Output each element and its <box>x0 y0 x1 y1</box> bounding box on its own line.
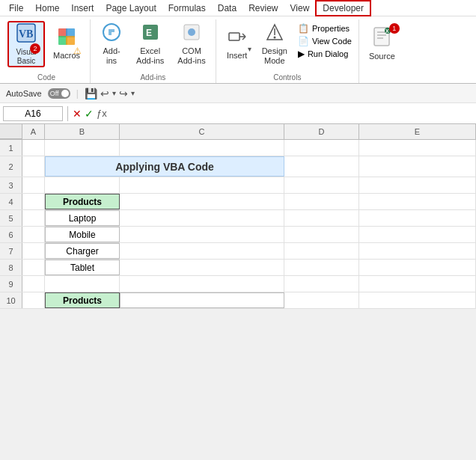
excel-addins-label: ExcelAdd-ins <box>136 46 164 66</box>
insert-function-icon[interactable]: ƒx <box>97 108 107 120</box>
cell-e5[interactable] <box>359 210 476 226</box>
menu-page-layout[interactable]: Page Layout <box>100 1 162 15</box>
cancel-formula-icon[interactable]: ✕ <box>73 108 82 120</box>
cell-d9[interactable] <box>284 276 359 292</box>
cell-e7[interactable] <box>359 243 476 259</box>
cell-c6[interactable] <box>120 227 284 242</box>
cell-b1[interactable] <box>45 140 120 156</box>
save-icon[interactable]: 💾 <box>85 88 97 99</box>
cell-b10-header[interactable]: Products <box>45 292 120 308</box>
cell-b7[interactable]: Charger <box>45 243 120 259</box>
tablet-label: Tablet <box>70 263 94 273</box>
cell-reference-input[interactable] <box>3 106 63 121</box>
com-addins-button[interactable]: COMAdd-ins <box>172 21 210 67</box>
col-header-b[interactable]: B <box>45 124 120 139</box>
cell-a2[interactable] <box>22 156 45 177</box>
confirm-formula-icon[interactable]: ✓ <box>85 108 94 120</box>
cell-d3[interactable] <box>284 177 359 193</box>
cell-e1[interactable] <box>359 140 476 156</box>
cell-e3[interactable] <box>359 177 476 193</box>
menu-review[interactable]: Review <box>242 1 284 15</box>
separator-1: | <box>76 88 79 99</box>
menu-data[interactable]: Data <box>212 1 242 15</box>
cell-d4[interactable] <box>284 194 359 209</box>
row-num-3: 3 <box>0 177 22 193</box>
cell-a8[interactable] <box>22 260 45 275</box>
cell-c8[interactable] <box>120 260 284 275</box>
cell-e10[interactable] <box>359 292 476 308</box>
com-addins-label: COMAdd-ins <box>177 46 205 66</box>
cell-b4-header[interactable]: Products <box>45 194 120 209</box>
redo-dropdown-icon[interactable]: ▾ <box>131 89 135 97</box>
cell-b6[interactable]: Mobile <box>45 227 120 242</box>
cell-a4[interactable] <box>22 194 45 209</box>
cell-e6[interactable] <box>359 227 476 242</box>
cell-b8[interactable]: Tablet <box>45 260 120 275</box>
formula-input[interactable] <box>110 107 473 120</box>
addins-button[interactable]: Add-ins <box>95 21 128 67</box>
insert-control-label: Insert <box>227 51 248 61</box>
cell-c7[interactable] <box>120 243 284 259</box>
cell-a5[interactable] <box>22 210 45 226</box>
svg-point-18 <box>273 36 275 38</box>
cell-d8[interactable] <box>284 260 359 275</box>
addins-group-label: Add-ins <box>140 73 165 83</box>
undo-icon[interactable]: ↩ <box>100 88 109 99</box>
laptop-label: Laptop <box>69 213 97 224</box>
cell-a6[interactable] <box>22 227 45 242</box>
undo-dropdown-icon[interactable]: ▾ <box>112 89 116 97</box>
cell-a3[interactable] <box>22 177 45 193</box>
cell-b3[interactable] <box>45 177 120 193</box>
cell-a1[interactable] <box>22 140 45 156</box>
menu-home[interactable]: Home <box>29 1 65 15</box>
macros-button[interactable]: Macros ⚠ <box>48 21 85 67</box>
cell-e4[interactable] <box>359 194 476 209</box>
insert-control-button[interactable]: Insert ▾ <box>221 21 254 67</box>
cell-d1[interactable] <box>284 140 359 156</box>
col-header-e[interactable]: E <box>359 124 476 139</box>
cell-b9[interactable] <box>45 276 120 292</box>
cell-c5[interactable] <box>120 210 284 226</box>
cell-c3[interactable] <box>120 177 284 193</box>
design-mode-button[interactable]: DesignMode <box>257 21 293 67</box>
cell-c1[interactable] <box>120 140 284 156</box>
visual-basic-button[interactable]: VB VisualBasic 2 <box>7 21 45 67</box>
ribbon-group-addins: Add-ins E ExcelAdd-ins CO <box>91 19 216 83</box>
autosave-toggle[interactable]: Off <box>48 88 70 99</box>
cell-d10[interactable] <box>284 292 359 308</box>
cell-a9[interactable] <box>22 276 45 292</box>
cell-b5[interactable]: Laptop <box>45 210 120 226</box>
cell-c10[interactable] <box>120 292 284 308</box>
properties-button[interactable]: 📋 Properties <box>296 22 354 34</box>
menu-developer[interactable]: Developer <box>315 0 371 16</box>
cell-e9[interactable] <box>359 276 476 292</box>
col-header-c[interactable]: C <box>120 124 284 139</box>
cell-d5[interactable] <box>284 210 359 226</box>
cell-c9[interactable] <box>120 276 284 292</box>
redo-icon[interactable]: ↪ <box>119 88 128 99</box>
cell-d6[interactable] <box>284 227 359 242</box>
cell-e2[interactable] <box>359 156 476 177</box>
cell-a10[interactable] <box>22 292 45 308</box>
source-button[interactable]: X Source 1 <box>364 21 400 67</box>
addins-label: Add-ins <box>103 46 120 66</box>
menu-view[interactable]: View <box>284 1 316 15</box>
source-label: Source <box>369 52 395 61</box>
dropdown-arrow-icon: ▾ <box>248 45 251 53</box>
col-header-d[interactable]: D <box>284 124 359 139</box>
cell-a7[interactable] <box>22 243 45 259</box>
cell-d7[interactable] <box>284 243 359 259</box>
menu-insert[interactable]: Insert <box>65 1 100 15</box>
excel-addins-button[interactable]: E ExcelAdd-ins <box>131 21 169 67</box>
menu-formulas[interactable]: Formulas <box>162 1 212 15</box>
cell-c4[interactable] <box>120 194 284 209</box>
run-dialog-icon: ▶ <box>298 49 305 59</box>
menu-file[interactable]: File <box>3 1 29 15</box>
row-num-7: 7 <box>0 243 22 259</box>
view-code-button[interactable]: 📄 View Code <box>296 35 354 47</box>
col-header-a[interactable]: A <box>22 124 45 139</box>
cell-d2[interactable] <box>284 156 359 177</box>
run-dialog-button[interactable]: ▶ Run Dialog <box>296 48 354 60</box>
cell-b2-heading[interactable]: Applying VBA Code <box>45 156 284 177</box>
cell-e8[interactable] <box>359 260 476 275</box>
